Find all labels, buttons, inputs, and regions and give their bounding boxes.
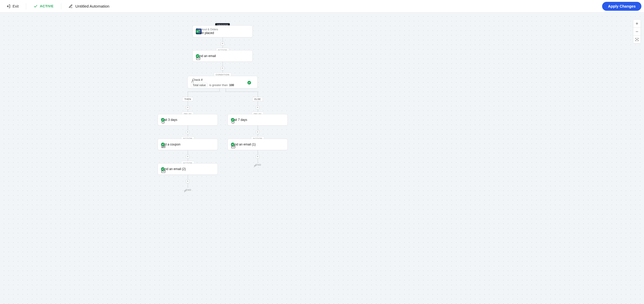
path-else: ELSE	[252, 97, 263, 101]
end-label: END	[186, 189, 191, 191]
add-step-button[interactable]: +	[256, 106, 259, 109]
status-label: ACTIVE	[40, 4, 54, 8]
connector	[188, 92, 220, 92]
add-step-button[interactable]: +	[186, 106, 190, 109]
node-send-email[interactable]: Send an email	[192, 50, 253, 62]
node-send-email-2[interactable]: Send an email (2)	[158, 163, 218, 175]
status-ok-icon	[231, 118, 235, 122]
divider	[26, 3, 26, 9]
end-else: END	[254, 164, 261, 166]
node-condition[interactable]: Check if: Total value is greater than 10…	[187, 76, 258, 88]
automation-title[interactable]: Untitled Automation	[65, 2, 113, 10]
exit-icon	[6, 4, 10, 8]
status-toggle[interactable]: ACTIVE	[30, 2, 57, 10]
condition-field: Total value	[191, 83, 208, 87]
add-step-button[interactable]: +	[186, 155, 190, 159]
node-delay-else[interactable]: Wait 7 days	[227, 114, 288, 126]
node-label: Send an email (2)	[161, 167, 186, 171]
exit-button[interactable]: Exit	[3, 2, 22, 10]
connector	[226, 92, 258, 92]
node-add-coupon[interactable]: Add a coupon	[158, 139, 218, 150]
flow: TRIGGER Checkout & Orders Order placed +…	[0, 13, 406, 192]
status-ok-icon	[196, 30, 199, 33]
status-ok-icon	[161, 143, 165, 146]
top-bar: Exit ACTIVE Untitled Automation Apply Ch…	[0, 0, 406, 13]
exit-label: Exit	[13, 4, 19, 8]
status-ok-icon	[231, 143, 235, 146]
end-label: END	[256, 164, 261, 166]
divider	[61, 3, 61, 9]
svg-point-9	[162, 147, 163, 148]
automation-title-text: Untitled Automation	[75, 4, 109, 8]
edit-icon	[69, 4, 73, 8]
condition-check-label: Check if:	[192, 78, 203, 81]
status-ok-icon	[196, 54, 199, 58]
status-ok-icon	[161, 118, 165, 122]
add-step-button[interactable]: +	[256, 130, 259, 134]
end-then: END	[184, 189, 191, 191]
connector	[258, 92, 258, 114]
node-label: Send an email (1)	[231, 143, 256, 146]
automation-canvas[interactable]: TRIGGER Checkout & Orders Order placed +…	[0, 13, 406, 192]
add-step-button[interactable]: +	[221, 66, 224, 70]
status-ok-icon	[161, 167, 165, 171]
add-step-button[interactable]: +	[186, 130, 190, 134]
condition-operator: is greater than	[209, 83, 227, 87]
connector	[219, 88, 220, 92]
condition-value: 100	[229, 83, 234, 87]
node-send-email-1[interactable]: Send an email (1)	[227, 139, 288, 150]
connector	[226, 88, 226, 92]
connector	[188, 92, 188, 114]
node-trigger[interactable]: Checkout & Orders Order placed	[192, 25, 253, 37]
node-delay-then[interactable]: Wait 3 days	[158, 114, 218, 126]
add-step-button[interactable]: +	[186, 179, 190, 183]
path-then: THEN	[182, 97, 193, 101]
add-step-button[interactable]: +	[256, 155, 259, 159]
add-step-button[interactable]: +	[221, 42, 224, 46]
check-icon	[34, 4, 38, 8]
